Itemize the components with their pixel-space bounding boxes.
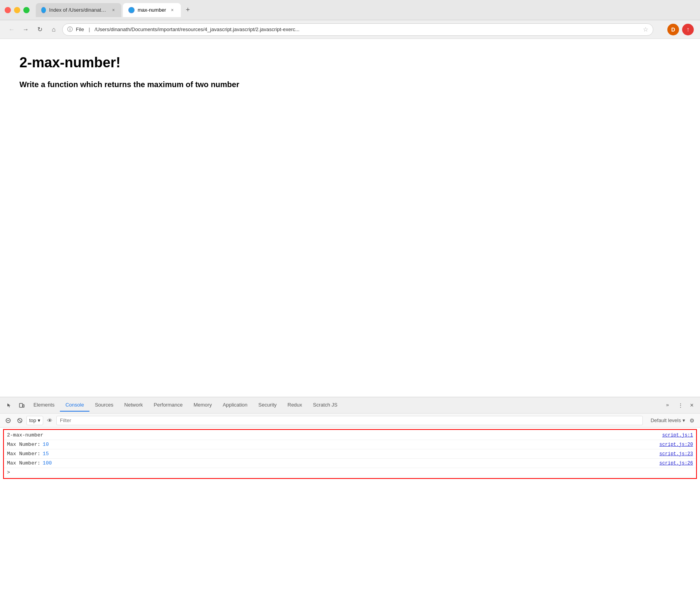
- context-label: top: [29, 417, 36, 423]
- minimize-button[interactable]: [14, 7, 20, 13]
- tab-bar: 🌐 Index of /Users/dinanath/Docum... × 🌐 …: [36, 3, 695, 17]
- console-num-3: 15: [43, 451, 49, 457]
- tab-index[interactable]: 🌐 Index of /Users/dinanath/Docum... ×: [36, 3, 121, 17]
- console-entry-1: 2-max-number script.js:1: [4, 431, 696, 440]
- log-levels-chevron-icon: ▾: [682, 417, 685, 423]
- tab-performance[interactable]: Performance: [148, 399, 188, 412]
- console-highlight-box: 2-max-number script.js:1 Max Number: 10 …: [3, 429, 697, 479]
- tab-label-2: max-number: [138, 7, 166, 13]
- console-link-4[interactable]: script.js:26: [660, 461, 693, 466]
- filter-input[interactable]: [60, 417, 639, 423]
- address-bar: ← → ↻ ⌂ ⓘ File | ☆ D ↑: [0, 20, 700, 39]
- back-button[interactable]: ←: [6, 24, 17, 35]
- console-entry-3: Max Number: 15 script.js:23: [4, 449, 696, 459]
- filter-input-wrap[interactable]: [56, 416, 643, 425]
- console-text-3: Max Number: 15: [7, 451, 49, 457]
- console-input[interactable]: [12, 470, 693, 475]
- console-input-row[interactable]: >: [4, 468, 696, 477]
- context-selector[interactable]: top ▾: [26, 416, 43, 425]
- tab-security[interactable]: Security: [253, 399, 282, 412]
- live-expressions-button[interactable]: 👁: [45, 415, 55, 426]
- chevron-down-icon: ▾: [38, 417, 40, 423]
- devtools-panel: Elements Console Sources Network Perform…: [0, 397, 700, 603]
- clear-console-button[interactable]: [3, 415, 13, 426]
- tab-sources[interactable]: Sources: [89, 399, 119, 412]
- tab-network[interactable]: Network: [119, 399, 149, 412]
- page-title: 2-max-number!: [19, 54, 681, 71]
- tab-favicon-2: 🌐: [128, 7, 135, 13]
- console-text-4: Max Number: 100: [7, 460, 52, 466]
- devtools-toolbar: top ▾ 👁 Default levels ▾ ⚙: [0, 414, 700, 428]
- url-input[interactable]: [94, 26, 640, 32]
- devtools-panel-icon[interactable]: [16, 399, 28, 412]
- forward-button[interactable]: →: [20, 24, 31, 35]
- console-link-3[interactable]: script.js:23: [660, 451, 693, 457]
- devtools-cursor-icon[interactable]: [3, 399, 16, 412]
- window-controls: [5, 7, 30, 13]
- devtools-close-button[interactable]: ×: [687, 400, 697, 410]
- title-bar: 🌐 Index of /Users/dinanath/Docum... × 🌐 …: [0, 0, 700, 20]
- console-text-1: 2-max-number: [7, 432, 44, 438]
- console-prompt: >: [7, 470, 10, 475]
- main-area: 2-max-number! Write a function which ret…: [0, 39, 700, 603]
- browser-content: 2-max-number! Write a function which ret…: [0, 39, 700, 397]
- new-tab-button[interactable]: +: [182, 5, 193, 16]
- refresh-button[interactable]: ↻: [34, 24, 45, 35]
- console-entry-4: Max Number: 100 script.js:26: [4, 459, 696, 468]
- svg-line-5: [18, 419, 21, 422]
- url-separator: |: [89, 26, 90, 32]
- tab-console[interactable]: Console: [60, 399, 89, 412]
- tab-application[interactable]: Application: [217, 399, 253, 412]
- tab-max-number[interactable]: 🌐 max-number ×: [123, 3, 181, 17]
- tab-redux[interactable]: Redux: [282, 399, 308, 412]
- ban-icon-button[interactable]: [15, 415, 25, 426]
- home-button[interactable]: ⌂: [48, 24, 59, 35]
- tab-label-1: Index of /Users/dinanath/Docum...: [49, 7, 108, 13]
- user-avatar: D: [667, 24, 679, 35]
- tab-close-1[interactable]: ×: [111, 7, 116, 13]
- maximize-button[interactable]: [23, 7, 30, 13]
- svg-rect-1: [23, 405, 24, 407]
- console-text-2: Max Number: 10: [7, 442, 49, 447]
- extension-button[interactable]: ↑: [682, 24, 694, 35]
- tab-close-2[interactable]: ×: [169, 7, 175, 13]
- console-settings-button[interactable]: ⚙: [687, 415, 697, 426]
- address-input-wrap[interactable]: ⓘ File | ☆: [62, 23, 653, 36]
- svg-rect-0: [19, 403, 23, 407]
- log-levels-label: Default levels: [651, 417, 681, 423]
- tab-elements[interactable]: Elements: [28, 399, 60, 412]
- tab-more[interactable]: »: [661, 399, 674, 412]
- info-icon: ⓘ: [67, 26, 73, 33]
- console-num-4: 100: [43, 460, 52, 466]
- console-output: 2-max-number script.js:1 Max Number: 10 …: [0, 428, 700, 603]
- console-link-2[interactable]: script.js:20: [660, 442, 693, 447]
- console-num-2: 10: [43, 442, 49, 447]
- file-label: File: [76, 26, 84, 32]
- tab-memory[interactable]: Memory: [188, 399, 217, 412]
- close-button[interactable]: [5, 7, 11, 13]
- bookmark-button[interactable]: ☆: [643, 26, 648, 33]
- console-link-1[interactable]: script.js:1: [662, 433, 693, 438]
- page-subtitle: Write a function which returns the maxim…: [19, 80, 681, 89]
- tab-scratchjs[interactable]: Scratch JS: [308, 399, 343, 412]
- log-levels-selector[interactable]: Default levels ▾: [651, 417, 685, 423]
- devtools-tab-bar: Elements Console Sources Network Perform…: [0, 397, 700, 414]
- tab-favicon-1: 🌐: [41, 7, 46, 13]
- console-entry-2: Max Number: 10 script.js:20: [4, 440, 696, 449]
- devtools-kebab-icon[interactable]: ⋮: [674, 399, 687, 412]
